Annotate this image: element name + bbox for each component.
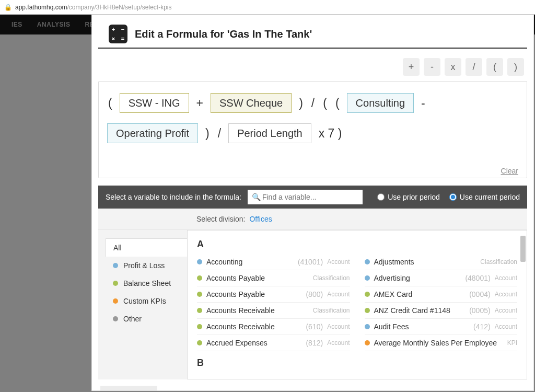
variable-code: (800) bbox=[306, 290, 323, 298]
variable-item[interactable]: AdjustmentsClassification bbox=[365, 254, 518, 270]
or-text: or bbox=[164, 390, 170, 391]
variable-item[interactable]: Accounts Receivable(610)Account bbox=[197, 319, 350, 335]
dot-icon bbox=[365, 292, 370, 297]
url-path: /company/3HkH8eN/setup/select-kpis bbox=[67, 4, 171, 11]
variable-item[interactable]: Average Monthly Sales Per EmployeeKPI bbox=[365, 335, 518, 351]
modal-footer: UPDATE KPI or cancel bbox=[98, 379, 527, 391]
dot-icon bbox=[113, 281, 118, 286]
variable-code: (412) bbox=[473, 322, 491, 331]
division-link[interactable]: Offices bbox=[249, 215, 272, 223]
formula-editor[interactable]: ( SSW - ING + SSW Cheque ) / ( ( Consult… bbox=[98, 81, 527, 178]
variable-type: Account bbox=[327, 339, 350, 347]
tab-all[interactable]: All bbox=[106, 238, 187, 257]
plus-button[interactable]: + bbox=[403, 58, 420, 76]
variable-name: Accounting bbox=[206, 258, 294, 266]
variable-panel: All Profit & Loss Balance Sheet Custom K… bbox=[98, 229, 527, 379]
tab-custom-kpis[interactable]: Custom KPIs bbox=[106, 292, 187, 310]
division-row: Select division: Offices bbox=[98, 209, 527, 229]
variable-search: 🔍 bbox=[248, 190, 363, 204]
divide-button[interactable]: / bbox=[466, 58, 482, 76]
variable-item[interactable]: ANZ Credit Card #1148(0005)Account bbox=[365, 303, 518, 319]
tok: x 7 ) bbox=[318, 121, 343, 145]
dot-icon bbox=[365, 324, 370, 329]
modal-header: +−×= Edit a Formula for 'Gas In The Tank… bbox=[98, 15, 527, 49]
variable-type: Account bbox=[327, 323, 350, 330]
dot-icon bbox=[197, 324, 202, 329]
variable-item[interactable]: Accounts ReceivableClassification bbox=[197, 303, 350, 319]
variable-type: Classification bbox=[313, 307, 350, 314]
variable-code: (41001) bbox=[298, 258, 323, 266]
tok: ) bbox=[204, 121, 211, 145]
variable-name: Advertising bbox=[374, 274, 461, 282]
variable-name: Adjustments bbox=[374, 258, 476, 266]
lparen-button[interactable]: ( bbox=[486, 58, 503, 76]
tab-other[interactable]: Other bbox=[106, 310, 187, 328]
letter-heading: A bbox=[197, 239, 517, 250]
clear-link[interactable]: Clear bbox=[501, 167, 518, 175]
variable-name: Average Monthly Sales Per Employee bbox=[374, 339, 503, 347]
variable-item[interactable]: Accounting(41001)Account bbox=[197, 254, 350, 270]
prior-period-radio[interactable]: Use prior period bbox=[377, 193, 440, 201]
dot-icon bbox=[365, 308, 370, 313]
rparen-button[interactable]: ) bbox=[507, 58, 524, 76]
variable-type: Account bbox=[495, 291, 517, 298]
current-period-radio[interactable]: Use current period bbox=[449, 193, 520, 201]
dot-icon bbox=[113, 298, 118, 304]
chip-consulting[interactable]: Consulting bbox=[347, 93, 414, 113]
dot-icon bbox=[113, 263, 118, 268]
variable-type: Account bbox=[327, 258, 350, 266]
cancel-link[interactable]: cancel bbox=[176, 390, 197, 391]
variable-type: Account bbox=[495, 323, 517, 330]
variable-code: (0004) bbox=[469, 290, 490, 298]
update-kpi-button[interactable]: UPDATE KPI bbox=[100, 386, 157, 391]
variable-name: ANZ Credit Card #1148 bbox=[374, 306, 466, 315]
variable-item[interactable]: Accounts PayableClassification bbox=[197, 270, 350, 286]
tok: ( bbox=[107, 91, 113, 115]
variable-name: Audit Fees bbox=[374, 322, 469, 331]
operator-row: + - x / ( ) bbox=[92, 49, 533, 81]
chip-period-length[interactable]: Period Length bbox=[228, 123, 311, 143]
variable-name: Accrued Expenses bbox=[206, 339, 301, 347]
period-radio-group: Use prior period Use current period bbox=[377, 193, 520, 201]
url-bar: 🔒 app.fathomhq.com/company/3HkH8eN/setup… bbox=[0, 0, 535, 15]
variable-type: Account bbox=[495, 274, 517, 282]
dot-icon bbox=[365, 259, 370, 264]
variable-type: Classification bbox=[313, 274, 350, 282]
tab-profit-loss[interactable]: Profit & Loss bbox=[106, 257, 187, 274]
variable-name: AMEX Card bbox=[374, 290, 466, 298]
minus-button[interactable]: - bbox=[424, 58, 440, 76]
variable-type: Classification bbox=[480, 258, 517, 266]
dot-icon bbox=[197, 340, 202, 345]
dot-icon bbox=[365, 340, 370, 345]
tok: - bbox=[420, 91, 426, 115]
formula-modal: +−×= Edit a Formula for 'Gas In The Tank… bbox=[91, 15, 534, 391]
variable-item[interactable]: Accounts Payable(800)Account bbox=[197, 286, 350, 303]
variable-type: Account bbox=[495, 307, 517, 314]
dot-icon bbox=[197, 275, 202, 281]
category-tabs: All Profit & Loss Balance Sheet Custom K… bbox=[98, 230, 187, 379]
variable-toolbar: Select a variable to include in the form… bbox=[98, 186, 527, 209]
dot-icon bbox=[197, 259, 202, 264]
variable-code: (0005) bbox=[469, 306, 490, 315]
variable-code: (48001) bbox=[465, 274, 490, 282]
scrollbar-thumb[interactable] bbox=[520, 236, 526, 262]
variable-type: Account bbox=[327, 291, 350, 298]
variable-item[interactable]: Accrued Expenses(812)Account bbox=[197, 335, 350, 351]
search-input[interactable] bbox=[248, 190, 363, 204]
variable-item[interactable]: Audit Fees(412)Account bbox=[365, 319, 518, 335]
variable-list[interactable]: A Accounting(41001)AccountAccounts Payab… bbox=[187, 230, 527, 379]
variable-name: Accounts Payable bbox=[206, 274, 309, 282]
tok: + bbox=[195, 91, 204, 115]
variable-code: (610) bbox=[306, 322, 323, 331]
multiply-button[interactable]: x bbox=[445, 58, 461, 76]
tok: / bbox=[217, 121, 222, 145]
chip-operating-profit[interactable]: Operating Profit bbox=[107, 123, 198, 143]
chip-ssw-cheque[interactable]: SSW Cheque bbox=[211, 93, 292, 113]
variable-item[interactable]: Advertising(48001)Account bbox=[365, 270, 518, 286]
letter-heading: B bbox=[197, 358, 517, 368]
tab-balance-sheet[interactable]: Balance Sheet bbox=[106, 274, 187, 292]
variable-item[interactable]: AMEX Card(0004)Account bbox=[365, 286, 518, 303]
chip-ssw-ing[interactable]: SSW - ING bbox=[120, 93, 189, 113]
variable-name: Accounts Receivable bbox=[206, 322, 301, 331]
lock-icon: 🔒 bbox=[4, 4, 12, 11]
